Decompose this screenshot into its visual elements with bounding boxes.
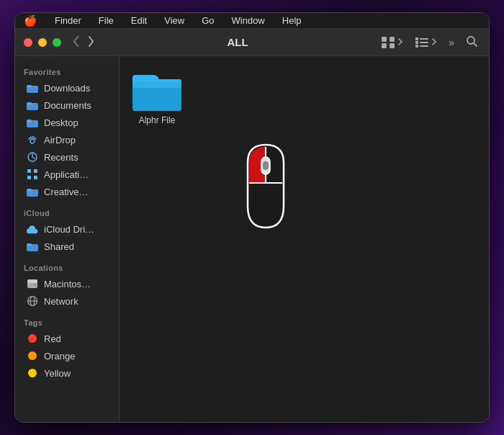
- file-area: Alphr File: [120, 56, 489, 422]
- svg-rect-27: [27, 243, 32, 246]
- desktop-label: Desktop: [44, 117, 78, 128]
- icloud-drive-icon: [27, 223, 38, 235]
- toolbar-right: »: [378, 34, 480, 50]
- svg-rect-0: [382, 37, 387, 42]
- menu-finder[interactable]: Finder: [52, 15, 84, 26]
- network-label: Network: [44, 296, 78, 307]
- svg-rect-36: [132, 79, 181, 88]
- sidebar-section-tags: Tags Red Orange Yell: [15, 313, 119, 382]
- apple-menu[interactable]: 🍎: [21, 14, 40, 27]
- folder-icon: [27, 82, 38, 94]
- svg-rect-3: [390, 43, 395, 48]
- mouse-cursor-illustration: [233, 141, 298, 238]
- favorites-label: Favorites: [15, 62, 119, 79]
- close-button[interactable]: [24, 38, 32, 47]
- sidebar: Favorites Downloads Documents: [15, 56, 120, 422]
- recents-icon: [27, 151, 38, 163]
- search-button[interactable]: [463, 34, 480, 50]
- macintosh-label: Macintos…: [44, 279, 91, 290]
- folder-svg: [131, 68, 183, 112]
- applications-label: Applicati…: [44, 169, 89, 180]
- red-tag-icon: [27, 333, 38, 344]
- sidebar-item-tag-red[interactable]: Red: [18, 330, 116, 347]
- alphr-file-item[interactable]: Alphr File: [128, 65, 186, 128]
- minimize-button[interactable]: [38, 38, 47, 47]
- hard-drive-icon: [27, 278, 38, 290]
- svg-rect-23: [34, 176, 37, 179]
- folder-icon: [27, 186, 38, 197]
- forward-button[interactable]: [85, 35, 97, 50]
- svg-rect-13: [27, 85, 32, 88]
- svg-rect-1: [390, 37, 395, 42]
- svg-rect-21: [34, 169, 37, 173]
- traffic-lights: [24, 38, 61, 47]
- applications-icon: [27, 169, 38, 180]
- sidebar-section-favorites: Favorites Downloads Documents: [15, 62, 119, 200]
- sidebar-item-icloud-drive[interactable]: iCloud Dri…: [18, 220, 116, 238]
- sidebar-item-tag-orange[interactable]: Orange: [18, 347, 116, 364]
- orange-tag-label: Orange: [44, 351, 75, 362]
- titlebar: ALL: [15, 29, 489, 56]
- toolbar-title: ALL: [97, 36, 378, 48]
- sidebar-item-macintosh[interactable]: Macintos…: [18, 275, 116, 292]
- yellow-tag-icon: [27, 367, 38, 379]
- svg-rect-25: [27, 189, 32, 192]
- svg-rect-4: [415, 37, 418, 40]
- recents-label: Recents: [44, 152, 78, 163]
- svg-rect-7: [420, 42, 428, 43]
- sidebar-section-icloud: iCloud iCloud Dri… Shared: [15, 203, 119, 255]
- menu-file[interactable]: File: [96, 15, 117, 26]
- more-button[interactable]: »: [446, 36, 457, 49]
- svg-rect-22: [27, 176, 31, 179]
- svg-rect-5: [420, 38, 428, 40]
- folder-icon: [27, 117, 38, 128]
- airdrop-label: AirDrop: [44, 135, 76, 145]
- sidebar-item-applications[interactable]: Applicati…: [18, 166, 116, 183]
- svg-rect-9: [420, 45, 428, 47]
- shared-label: Shared: [44, 241, 74, 252]
- svg-rect-20: [27, 169, 31, 173]
- sidebar-item-downloads[interactable]: Downloads: [18, 79, 116, 97]
- red-tag-label: Red: [44, 333, 61, 344]
- svg-line-11: [474, 43, 477, 46]
- downloads-label: Downloads: [44, 83, 90, 94]
- svg-rect-2: [382, 43, 387, 48]
- airdrop-icon: [27, 134, 38, 145]
- locations-label: Locations: [15, 258, 119, 275]
- back-button[interactable]: [70, 35, 82, 50]
- documents-label: Documents: [44, 100, 91, 111]
- icloud-label: iCloud: [15, 203, 119, 220]
- shared-folder-icon: [27, 241, 38, 252]
- icloud-drive-label: iCloud Dri…: [44, 224, 94, 235]
- sidebar-item-creative[interactable]: Creative…: [18, 183, 116, 200]
- sidebar-item-network[interactable]: Network: [18, 292, 116, 310]
- svg-rect-39: [263, 161, 269, 170]
- sidebar-item-documents[interactable]: Documents: [18, 97, 116, 114]
- svg-rect-8: [415, 45, 418, 48]
- menu-window[interactable]: Window: [229, 15, 268, 26]
- svg-rect-17: [27, 120, 32, 122]
- menu-help[interactable]: Help: [279, 15, 305, 26]
- menu-edit[interactable]: Edit: [128, 15, 150, 26]
- folder-icon: [27, 99, 38, 111]
- folder-label: Alphr File: [139, 115, 176, 125]
- finder-window: 🍎 Finder File Edit View Go Window Help A…: [14, 12, 490, 423]
- list-view-button[interactable]: [412, 35, 440, 50]
- menu-view[interactable]: View: [161, 15, 187, 26]
- icon-view-button[interactable]: [378, 35, 406, 50]
- yellow-tag-label: Yellow: [44, 368, 71, 379]
- svg-rect-29: [27, 279, 37, 283]
- maximize-button[interactable]: [53, 38, 61, 47]
- orange-tag-icon: [27, 350, 38, 362]
- sidebar-item-desktop[interactable]: Desktop: [18, 114, 116, 131]
- svg-rect-15: [27, 102, 32, 105]
- network-icon: [27, 295, 38, 307]
- sidebar-item-shared[interactable]: Shared: [18, 238, 116, 255]
- nav-buttons: [70, 35, 97, 50]
- tags-section-label: Tags: [15, 313, 119, 330]
- sidebar-item-airdrop[interactable]: AirDrop: [18, 131, 116, 148]
- menu-go[interactable]: Go: [199, 15, 217, 26]
- sidebar-item-recents[interactable]: Recents: [18, 148, 116, 166]
- svg-rect-6: [415, 41, 418, 44]
- sidebar-item-tag-yellow[interactable]: Yellow: [18, 364, 116, 382]
